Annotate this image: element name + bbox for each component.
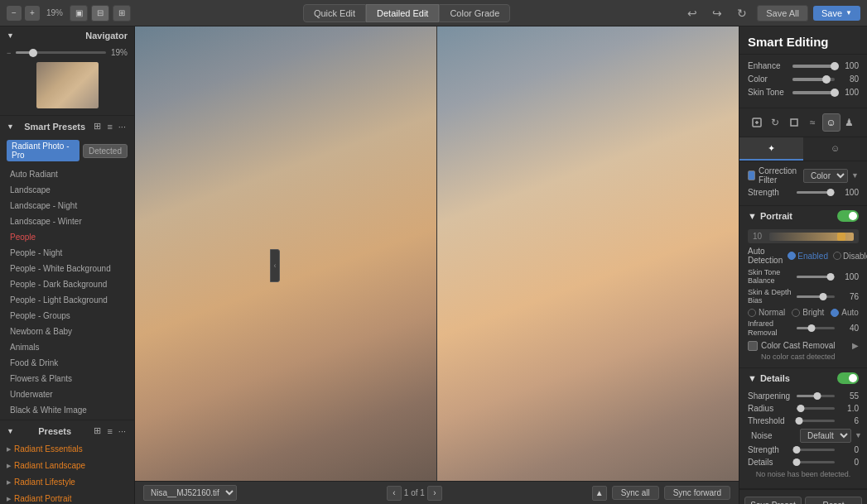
enhance-slider[interactable] bbox=[792, 65, 835, 68]
preset-bw-image[interactable]: Black & White Image bbox=[7, 402, 128, 418]
preset-people-groups[interactable]: People - Groups bbox=[7, 308, 128, 324]
presets2-grid-btn[interactable]: ⊞ bbox=[92, 425, 103, 437]
preset-auto-radiant[interactable]: Auto Radiant bbox=[7, 166, 128, 182]
cf-select[interactable]: Color bbox=[803, 169, 848, 183]
icon-btn-crop[interactable] bbox=[785, 113, 803, 132]
preset2-radiant-essentials[interactable]: ▶ Radiant Essentials bbox=[0, 441, 134, 458]
collapse-handle[interactable]: ‹ bbox=[270, 249, 280, 282]
skin-tone-slider[interactable] bbox=[792, 91, 835, 94]
filename-select[interactable]: Nisa__MJ52160.tif bbox=[143, 485, 237, 501]
tab-row: ✦ ☺ bbox=[739, 137, 867, 161]
skin-tone-balance-slider[interactable] bbox=[797, 276, 835, 278]
color-slider[interactable] bbox=[792, 78, 835, 81]
view-grid-button[interactable]: ⊞ bbox=[113, 5, 131, 22]
threshold-slider[interactable] bbox=[797, 420, 835, 422]
view-single-button[interactable]: ▣ bbox=[70, 5, 88, 22]
tab-quick-edit[interactable]: Quick Edit bbox=[303, 4, 366, 22]
zoom-slider[interactable] bbox=[16, 51, 106, 54]
canvas-image-after bbox=[437, 26, 739, 481]
portrait-title: ▼ Portrait bbox=[748, 211, 792, 221]
presets2-header[interactable]: ▼ Presets ⊞ ≡ ··· bbox=[0, 420, 134, 441]
icon-btn-adjust[interactable]: ≈ bbox=[803, 113, 821, 132]
preset2-radiant-lifestyle[interactable]: ▶ Radiant Lifestyle bbox=[0, 474, 134, 491]
cf-toggle[interactable] bbox=[748, 170, 755, 180]
icon-btn-face[interactable]: ☺ bbox=[822, 113, 841, 132]
presets2-list-btn[interactable]: ≡ bbox=[105, 425, 113, 437]
save-preset-button[interactable]: Save Preset bbox=[744, 497, 802, 504]
noise-select[interactable]: Default bbox=[800, 429, 851, 443]
preset-newborn-baby[interactable]: Newborn & Baby bbox=[7, 324, 128, 339]
preset-landscape-winter[interactable]: Landscape - Winter bbox=[7, 214, 128, 229]
skin-depth-bias-slider[interactable] bbox=[797, 295, 835, 298]
preset-people-night[interactable]: People - Night bbox=[7, 245, 128, 261]
sharpening-slider[interactable] bbox=[797, 395, 835, 397]
navigator-title: Navigator bbox=[85, 31, 128, 41]
tab-face[interactable]: ☺ bbox=[803, 137, 867, 161]
tab-corrections[interactable]: ✦ bbox=[739, 137, 803, 161]
expand-button[interactable]: ▲ bbox=[592, 486, 607, 501]
infrared-removal-slider[interactable] bbox=[797, 327, 835, 329]
noise-details-slider[interactable] bbox=[797, 461, 835, 463]
win-maximize-button[interactable]: + bbox=[25, 6, 40, 21]
next-image-button[interactable]: › bbox=[427, 486, 442, 501]
color-cast-toggle[interactable] bbox=[748, 341, 758, 351]
save-all-button[interactable]: Save All bbox=[757, 5, 808, 22]
radio-auto[interactable]: Auto bbox=[831, 308, 859, 317]
auto-detection-row: Auto Detection Enabled Disabled bbox=[748, 247, 859, 265]
icon-btn-person[interactable]: ♟ bbox=[841, 113, 859, 132]
auto-detection-disabled-option[interactable]: Disabled bbox=[833, 252, 867, 261]
cf-strength-fill bbox=[797, 191, 831, 194]
cf-strength-slider[interactable] bbox=[797, 191, 835, 194]
preset-underwater[interactable]: Underwater bbox=[7, 386, 128, 402]
skin-depth-bias-value: 76 bbox=[838, 292, 859, 301]
reset-button[interactable]: Reset bbox=[805, 497, 862, 504]
preset-people-dark-bg[interactable]: People - Dark Background bbox=[7, 276, 128, 292]
skin-tone-label: Skin Tone bbox=[748, 88, 789, 97]
presets2-more-btn[interactable]: ··· bbox=[117, 425, 128, 437]
tab-detailed-edit[interactable]: Detailed Edit bbox=[366, 4, 439, 22]
preset2-radiant-landscape[interactable]: ▶ Radiant Landscape bbox=[0, 458, 134, 474]
radio-normal[interactable]: Normal bbox=[748, 308, 785, 317]
view-split-button[interactable]: ⊟ bbox=[91, 5, 109, 22]
sync-all-button[interactable]: Sync all bbox=[612, 486, 659, 500]
preset-people[interactable]: People bbox=[7, 229, 128, 245]
icon-btn-enhance[interactable] bbox=[748, 113, 766, 132]
smart-presets-list-btn[interactable]: ≡ bbox=[105, 120, 113, 132]
canvas-image-before bbox=[135, 26, 437, 481]
radio-bright[interactable]: Bright bbox=[792, 308, 824, 317]
save-label: Save bbox=[821, 8, 842, 18]
preset-landscape[interactable]: Landscape bbox=[7, 182, 128, 198]
tab-color-grade[interactable]: Color Grade bbox=[439, 4, 510, 22]
refresh-button[interactable]: ↻ bbox=[732, 3, 752, 23]
navigator-header[interactable]: ▼ Navigator bbox=[0, 26, 134, 45]
preset2-radiant-portrait[interactable]: ▶ Radiant Portrait bbox=[0, 491, 134, 504]
sync-forward-button[interactable]: Sync forward bbox=[664, 486, 730, 500]
radio-normal-label: Normal bbox=[759, 308, 785, 317]
prev-image-button[interactable]: ‹ bbox=[387, 486, 402, 501]
preset-people-light-bg[interactable]: People - Light Background bbox=[7, 292, 128, 308]
preset-flowers-plants[interactable]: Flowers & Plants bbox=[7, 371, 128, 386]
smart-presets-more-btn[interactable]: ··· bbox=[117, 120, 128, 132]
preset-landscape-night[interactable]: Landscape - Night bbox=[7, 198, 128, 214]
auto-detection-enabled-option[interactable]: Enabled bbox=[788, 252, 828, 261]
smart-preset-selected[interactable]: Radiant Photo - Pro bbox=[7, 140, 79, 161]
preset-food-drink[interactable]: Food & Drink bbox=[7, 355, 128, 371]
portrait-header[interactable]: ▼ Portrait bbox=[739, 206, 867, 226]
radius-slider[interactable] bbox=[797, 407, 835, 410]
undo-button[interactable]: ↩ bbox=[682, 3, 702, 23]
win-minimize-button[interactable]: − bbox=[7, 6, 22, 21]
smart-presets-header[interactable]: ▼ Smart Presets ⊞ ≡ ··· bbox=[0, 116, 134, 137]
details-toggle[interactable] bbox=[837, 372, 859, 384]
preset-animals[interactable]: Animals bbox=[7, 339, 128, 355]
preset-people-white-bg[interactable]: People - White Background bbox=[7, 261, 128, 276]
redo-button[interactable]: ↪ bbox=[707, 3, 727, 23]
portrait-toggle[interactable] bbox=[837, 210, 859, 222]
icon-btn-rotate[interactable]: ↻ bbox=[766, 113, 784, 132]
save-button[interactable]: Save ▼ bbox=[813, 6, 860, 21]
portrait-warmth-slider[interactable] bbox=[769, 233, 854, 241]
noise-strength-slider[interactable] bbox=[797, 449, 835, 451]
color-cast-arrow[interactable]: ▶ bbox=[852, 341, 859, 350]
details-header[interactable]: ▼ Details bbox=[739, 368, 867, 388]
after-photo bbox=[437, 26, 739, 481]
smart-presets-grid-btn[interactable]: ⊞ bbox=[92, 120, 103, 132]
